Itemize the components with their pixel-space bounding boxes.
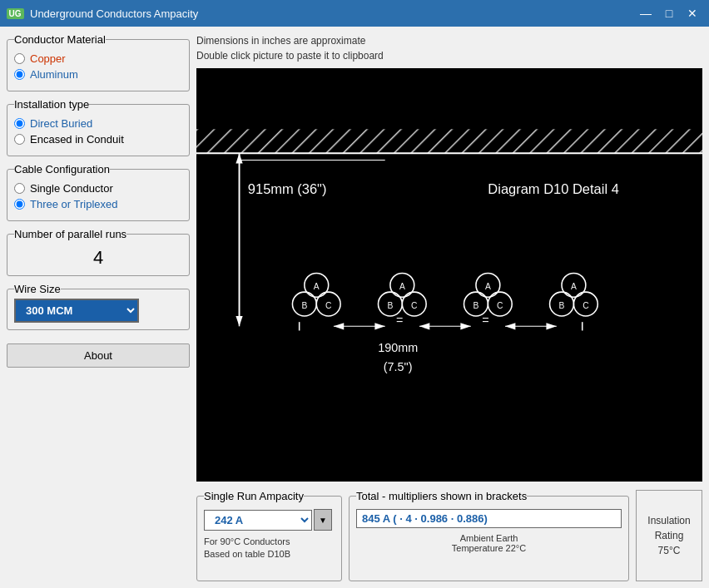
svg-text:A: A	[399, 282, 405, 291]
total-ampacity-value: 845 A ( · 4 · 0.986 · 0.886)	[356, 509, 622, 528]
svg-text:B: B	[387, 301, 393, 310]
insulation-rating-box: Insulation Rating 75°C	[636, 490, 702, 581]
diagram-info-line1: Dimensions in inches are approximate	[196, 33, 702, 48]
aluminum-option[interactable]: Aluminum	[14, 68, 182, 81]
single-conductor-radio[interactable]	[14, 183, 25, 194]
svg-text:C: C	[497, 301, 503, 310]
conduit-radio[interactable]	[14, 134, 25, 145]
parallel-runs-group: Number of parallel runs 4	[7, 228, 190, 276]
total-ampacity-legend: Total - multipliers shown in brackets	[356, 490, 527, 502]
svg-marker-7	[236, 316, 242, 326]
svg-text:C: C	[583, 301, 589, 310]
title-bar: UG Underground Conductors Ampacity — □ ✕	[0, 0, 709, 27]
ampacity-select-container: 242 A ▼	[204, 509, 335, 531]
direct-buried-radio[interactable]	[14, 118, 25, 129]
svg-text:A: A	[485, 282, 491, 291]
cable-group-3: A B C	[464, 273, 513, 316]
svg-marker-42	[546, 323, 556, 329]
direct-buried-label: Direct Buried	[30, 117, 92, 130]
svg-text:A: A	[571, 282, 577, 291]
aluminum-label: Aluminum	[30, 68, 78, 81]
svg-marker-34	[374, 323, 384, 329]
total-ampacity-group: Total - multipliers shown in brackets 84…	[349, 490, 629, 581]
cable-group-4: A B C	[550, 273, 598, 316]
total-ampacity-sub: Ambient Earth Temperature 22°C	[356, 533, 622, 553]
svg-marker-41	[505, 323, 515, 329]
window-title: Underground Conductors Ampacity	[30, 7, 636, 20]
width-label: 915mm (36")	[248, 181, 327, 196]
ampacity-dropdown-arrow[interactable]: ▼	[314, 509, 332, 531]
ug-logo: UG	[7, 8, 24, 19]
diagram-title: Diagram D10 Detail 4	[488, 181, 618, 196]
svg-text:B: B	[473, 301, 479, 310]
parallel-runs-legend: Number of parallel runs	[14, 228, 126, 240]
parallel-runs-value: 4	[14, 247, 182, 269]
minimize-button[interactable]: —	[636, 5, 656, 22]
conduit-option[interactable]: Encased in Conduit	[14, 133, 182, 146]
cable-group-2: A B C	[378, 273, 426, 316]
svg-text:B: B	[301, 301, 307, 310]
conductor-material-legend: Conductor Material	[14, 33, 106, 46]
main-content: Conductor Material Copper Aluminum Insta…	[0, 27, 709, 588]
installation-type-legend: Installation type	[14, 98, 89, 111]
svg-text:=: =	[396, 314, 403, 327]
aluminum-radio[interactable]	[14, 69, 25, 80]
svg-text:C: C	[325, 301, 332, 310]
copper-option[interactable]: Copper	[14, 52, 182, 65]
single-run-note: For 90°C Conductors Based on table D10B	[204, 536, 335, 561]
diagram-info-line2: Double click picture to paste it to clip…	[196, 48, 702, 63]
left-panel: Conductor Material Copper Aluminum Insta…	[7, 33, 190, 581]
cable-group-1: A B C	[292, 273, 340, 316]
diagram-svg: 915mm (36") Diagram D10 Detail 4 A B C	[196, 68, 702, 482]
three-triplexed-label: Three or Triplexed	[30, 198, 118, 210]
copper-label: Copper	[30, 52, 66, 65]
svg-text:A: A	[314, 282, 320, 291]
wire-size-legend: Wire Size	[14, 283, 61, 295]
svg-text:C: C	[411, 301, 418, 310]
wire-size-container: 300 MCM	[14, 299, 182, 323]
diagram-info: Dimensions in inches are approximate Dou…	[196, 33, 702, 63]
cable-config-group: Cable Configuration Single Conductor Thr…	[7, 163, 190, 221]
svg-text:B: B	[559, 301, 565, 310]
single-run-legend: Single Run Ampacity	[204, 490, 304, 502]
conduit-label: Encased in Conduit	[30, 133, 124, 146]
window-controls: — □ ✕	[636, 5, 702, 22]
single-run-ampacity-group: Single Run Ampacity 242 A ▼ For 90°C Con…	[196, 490, 342, 581]
copper-radio[interactable]	[14, 53, 25, 64]
diagram-canvas[interactable]: 915mm (36") Diagram D10 Detail 4 A B C	[196, 68, 702, 482]
single-conductor-label: Single Conductor	[30, 182, 113, 195]
svg-text:(7.5"): (7.5")	[384, 360, 413, 373]
svg-text:190mm: 190mm	[378, 341, 418, 354]
installation-type-group: Installation type Direct Buried Encased …	[7, 98, 190, 156]
single-conductor-option[interactable]: Single Conductor	[14, 182, 182, 195]
conductor-material-group: Conductor Material Copper Aluminum	[7, 33, 190, 91]
three-triplexed-radio[interactable]	[14, 199, 25, 210]
cable-config-legend: Cable Configuration	[14, 163, 110, 175]
svg-marker-37	[419, 323, 429, 329]
right-panel: Dimensions in inches are approximate Dou…	[196, 33, 702, 581]
close-button[interactable]: ✕	[682, 5, 702, 22]
three-triplexed-option[interactable]: Three or Triplexed	[14, 198, 182, 210]
wire-size-select[interactable]: 300 MCM	[14, 299, 139, 323]
insulation-rating-text: Insulation Rating 75°C	[647, 513, 690, 558]
direct-buried-option[interactable]: Direct Buried	[14, 117, 182, 130]
wire-size-group: Wire Size 300 MCM	[7, 283, 190, 330]
about-button[interactable]: About	[7, 343, 190, 368]
bottom-row: Single Run Ampacity 242 A ▼ For 90°C Con…	[196, 490, 702, 581]
app-icon: UG	[7, 5, 23, 22]
svg-text:=: =	[482, 314, 488, 327]
svg-rect-1	[196, 129, 702, 153]
svg-marker-33	[334, 323, 344, 329]
maximize-button[interactable]: □	[659, 5, 679, 22]
svg-marker-38	[460, 323, 470, 329]
single-run-select[interactable]: 242 A	[204, 510, 312, 531]
